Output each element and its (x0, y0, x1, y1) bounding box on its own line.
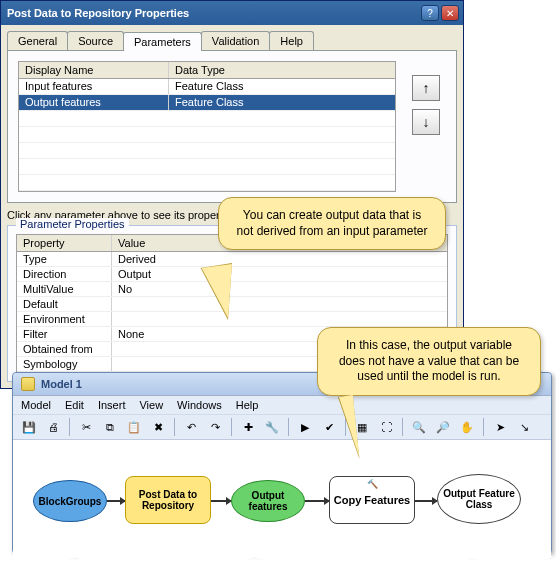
copy-icon[interactable]: ⧉ (100, 417, 120, 437)
paste-icon[interactable]: 📋 (124, 417, 144, 437)
pan-icon[interactable]: ✋ (457, 417, 477, 437)
table-row[interactable]: Input featuresFeature Class (19, 79, 395, 95)
modelbuilder-window: Model 1 ModelEditInsertViewWindowsHelp 💾… (12, 372, 552, 554)
select-icon[interactable]: ➤ (490, 417, 510, 437)
property-row[interactable]: Default (17, 297, 447, 312)
property-row[interactable]: MultiValueNo (17, 282, 447, 297)
close-button[interactable]: ✕ (441, 5, 459, 21)
add-tool-icon[interactable]: 🔧 (262, 417, 282, 437)
redo-icon[interactable]: ↷ (205, 417, 225, 437)
menu-insert[interactable]: Insert (98, 399, 126, 411)
tab-source[interactable]: Source (67, 31, 124, 50)
hammer-icon: 🔨 (367, 480, 378, 490)
delete-icon[interactable]: ✖ (148, 417, 168, 437)
node-output-feature-class[interactable]: Output Feature Class (437, 474, 521, 524)
model-icon (21, 377, 35, 391)
parameters-tab-content: Display Name Data Type Input featuresFea… (7, 50, 457, 203)
window-title: Post Data to Repository Properties (5, 7, 421, 19)
menu-windows[interactable]: Windows (177, 399, 222, 411)
col-display-name[interactable]: Display Name (19, 62, 169, 78)
node-copy-features[interactable]: 🔨 Copy Features (329, 476, 415, 524)
node-blockgroups[interactable]: BlockGroups (33, 480, 107, 522)
add-data-icon[interactable]: ✚ (238, 417, 258, 437)
property-row[interactable]: TypeDerived (17, 252, 447, 267)
node-output-features[interactable]: Output features (231, 480, 305, 522)
menu-model[interactable]: Model (21, 399, 51, 411)
torn-edge (10, 556, 554, 570)
connector (415, 500, 437, 502)
propbox-title: Parameter Properties (16, 218, 129, 230)
property-row[interactable]: Environment (17, 312, 447, 327)
property-row[interactable]: DirectionOutput (17, 267, 447, 282)
help-button[interactable]: ? (421, 5, 439, 21)
callout-no-value-until-run: In this case, the output variable does n… (317, 327, 541, 396)
connector (305, 500, 329, 502)
callout-output-not-derived: You can create output data that is not d… (218, 197, 446, 250)
titlebar[interactable]: Post Data to Repository Properties ? ✕ (1, 1, 463, 25)
print-icon[interactable]: 🖨 (43, 417, 63, 437)
col-property[interactable]: Property (17, 235, 112, 251)
table-row[interactable]: Output featuresFeature Class (19, 95, 395, 111)
connector (107, 500, 125, 502)
zoom-out-icon[interactable]: 🔎 (433, 417, 453, 437)
menu-help[interactable]: Help (236, 399, 259, 411)
zoom-in-icon[interactable]: 🔍 (409, 417, 429, 437)
callout-tail (198, 264, 232, 318)
run-icon[interactable]: ▶ (295, 417, 315, 437)
col-data-type[interactable]: Data Type (169, 62, 395, 78)
node-label: Copy Features (334, 494, 410, 506)
model-canvas[interactable]: BlockGroups Post Data to Repository Outp… (13, 440, 551, 556)
move-up-button[interactable]: ↑ (412, 75, 440, 101)
save-icon[interactable]: 💾 (19, 417, 39, 437)
undo-icon[interactable]: ↶ (181, 417, 201, 437)
model-title: Model 1 (41, 378, 82, 390)
parameters-table[interactable]: Display Name Data Type Input featuresFea… (18, 61, 396, 192)
validate-icon[interactable]: ✔ (319, 417, 339, 437)
connector (211, 500, 231, 502)
full-extent-icon[interactable]: ⛶ (376, 417, 396, 437)
menu-edit[interactable]: Edit (65, 399, 84, 411)
node-post-data[interactable]: Post Data to Repository (125, 476, 211, 524)
tab-general[interactable]: General (7, 31, 68, 50)
tab-validation[interactable]: Validation (201, 31, 271, 50)
menu-view[interactable]: View (139, 399, 163, 411)
tab-parameters[interactable]: Parameters (123, 32, 202, 51)
cut-icon[interactable]: ✂ (76, 417, 96, 437)
connect-icon[interactable]: ↘ (514, 417, 534, 437)
tab-help[interactable]: Help (269, 31, 314, 50)
move-down-button[interactable]: ↓ (412, 109, 440, 135)
